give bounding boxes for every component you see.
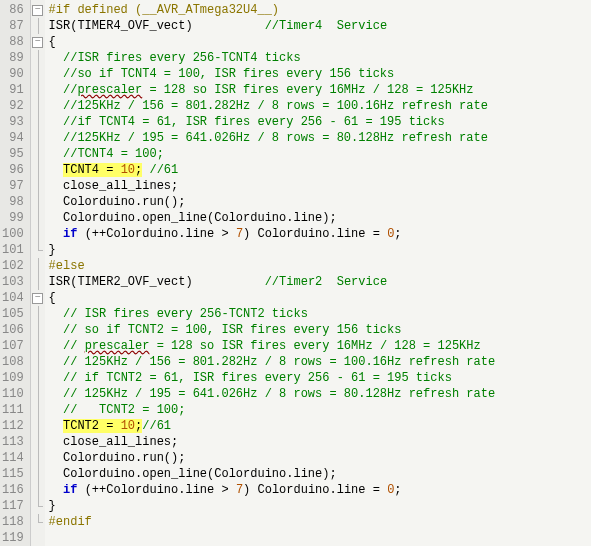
line-number: 108 — [2, 354, 24, 370]
code-line[interactable]: // if TCNT2 = 61, ISR fires every 256 - … — [49, 370, 587, 386]
line-number: 113 — [2, 434, 24, 450]
fold-toggle-icon[interactable] — [31, 2, 45, 18]
fold-guide — [31, 82, 45, 98]
line-number: 87 — [2, 18, 24, 34]
fold-guide — [31, 98, 45, 114]
code-line[interactable]: // so if TCNT2 = 100, ISR fires every 15… — [49, 322, 587, 338]
line-number: 115 — [2, 466, 24, 482]
code-area[interactable]: #if defined (__AVR_ATmega32U4__)ISR(TIME… — [45, 0, 591, 546]
line-number: 105 — [2, 306, 24, 322]
code-line[interactable]: close_all_lines; — [49, 178, 587, 194]
code-line[interactable]: } — [49, 242, 587, 258]
line-number: 111 — [2, 402, 24, 418]
code-line[interactable]: //if TCNT4 = 61, ISR fires every 256 - 6… — [49, 114, 587, 130]
line-number: 100 — [2, 226, 24, 242]
fold-guide — [31, 66, 45, 82]
fold-guide — [31, 178, 45, 194]
fold-guide — [31, 210, 45, 226]
line-number: 90 — [2, 66, 24, 82]
code-line[interactable]: if (++Colorduino.line > 7) Colorduino.li… — [49, 226, 587, 242]
fold-guide — [31, 130, 45, 146]
fold-guide — [31, 386, 45, 402]
line-number-gutter: 8687888990919293949596979899100101102103… — [0, 0, 31, 546]
line-number: 118 — [2, 514, 24, 530]
fold-guide — [31, 114, 45, 130]
fold-guide — [31, 162, 45, 178]
code-line[interactable]: { — [49, 290, 587, 306]
code-line[interactable]: //125KHz / 195 = 641.026Hz / 8 rows = 80… — [49, 130, 587, 146]
code-line[interactable]: } — [49, 498, 587, 514]
fold-guide — [31, 306, 45, 322]
fold-guide — [31, 354, 45, 370]
line-number: 116 — [2, 482, 24, 498]
line-number: 114 — [2, 450, 24, 466]
line-number: 89 — [2, 50, 24, 66]
fold-column[interactable] — [31, 0, 45, 546]
line-number: 93 — [2, 114, 24, 130]
code-line[interactable]: // 125KHz / 195 = 641.026Hz / 8 rows = 8… — [49, 386, 587, 402]
line-number: 95 — [2, 146, 24, 162]
code-line[interactable] — [49, 530, 587, 546]
line-number: 112 — [2, 418, 24, 434]
code-line[interactable]: //ISR fires every 256-TCNT4 ticks — [49, 50, 587, 66]
code-line[interactable]: // ISR fires every 256-TCNT2 ticks — [49, 306, 587, 322]
line-number: 107 — [2, 338, 24, 354]
fold-guide — [31, 498, 45, 514]
fold-guide — [31, 530, 45, 546]
code-line[interactable]: close_all_lines; — [49, 434, 587, 450]
line-number: 91 — [2, 82, 24, 98]
code-line[interactable]: Colorduino.run(); — [49, 194, 587, 210]
line-number: 86 — [2, 2, 24, 18]
code-line[interactable]: #else — [49, 258, 587, 274]
fold-guide — [31, 466, 45, 482]
code-line[interactable]: //prescaler = 128 so ISR fires every 16M… — [49, 82, 587, 98]
code-line[interactable]: TCNT2 = 10;//61 — [49, 418, 587, 434]
line-number: 119 — [2, 530, 24, 546]
line-number: 99 — [2, 210, 24, 226]
code-line[interactable]: Colorduino.open_line(Colorduino.line); — [49, 466, 587, 482]
fold-guide — [31, 338, 45, 354]
line-number: 102 — [2, 258, 24, 274]
code-line[interactable]: //TCNT4 = 100; — [49, 146, 587, 162]
fold-guide — [31, 258, 45, 274]
code-line[interactable]: // prescaler = 128 so ISR fires every 16… — [49, 338, 587, 354]
code-line[interactable]: #endif — [49, 514, 587, 530]
fold-guide — [31, 482, 45, 498]
line-number: 98 — [2, 194, 24, 210]
fold-guide — [31, 322, 45, 338]
fold-guide — [31, 402, 45, 418]
line-number: 101 — [2, 242, 24, 258]
line-number: 88 — [2, 34, 24, 50]
fold-guide — [31, 418, 45, 434]
code-editor: 8687888990919293949596979899100101102103… — [0, 0, 591, 546]
code-line[interactable]: TCNT4 = 10; //61 — [49, 162, 587, 178]
code-line[interactable]: ISR(TIMER2_OVF_vect) //Timer2 Service — [49, 274, 587, 290]
fold-guide — [31, 514, 45, 530]
fold-guide — [31, 274, 45, 290]
line-number: 106 — [2, 322, 24, 338]
code-line[interactable]: ISR(TIMER4_OVF_vect) //Timer4 Service — [49, 18, 587, 34]
code-line[interactable]: { — [49, 34, 587, 50]
fold-toggle-icon[interactable] — [31, 290, 45, 306]
fold-toggle-icon[interactable] — [31, 34, 45, 50]
fold-guide — [31, 450, 45, 466]
code-line[interactable]: #if defined (__AVR_ATmega32U4__) — [49, 2, 587, 18]
fold-guide — [31, 50, 45, 66]
code-line[interactable]: Colorduino.open_line(Colorduino.line); — [49, 210, 587, 226]
code-line[interactable]: // 125KHz / 156 = 801.282Hz / 8 rows = 1… — [49, 354, 587, 370]
line-number: 117 — [2, 498, 24, 514]
fold-guide — [31, 194, 45, 210]
line-number: 110 — [2, 386, 24, 402]
fold-guide — [31, 434, 45, 450]
code-line[interactable]: Colorduino.run(); — [49, 450, 587, 466]
line-number: 109 — [2, 370, 24, 386]
fold-guide — [31, 226, 45, 242]
line-number: 103 — [2, 274, 24, 290]
code-line[interactable]: //so if TCNT4 = 100, ISR fires every 156… — [49, 66, 587, 82]
code-line[interactable]: // TCNT2 = 100; — [49, 402, 587, 418]
line-number: 97 — [2, 178, 24, 194]
code-line[interactable]: //125KHz / 156 = 801.282Hz / 8 rows = 10… — [49, 98, 587, 114]
line-number: 104 — [2, 290, 24, 306]
code-line[interactable]: if (++Colorduino.line > 7) Colorduino.li… — [49, 482, 587, 498]
fold-guide — [31, 146, 45, 162]
